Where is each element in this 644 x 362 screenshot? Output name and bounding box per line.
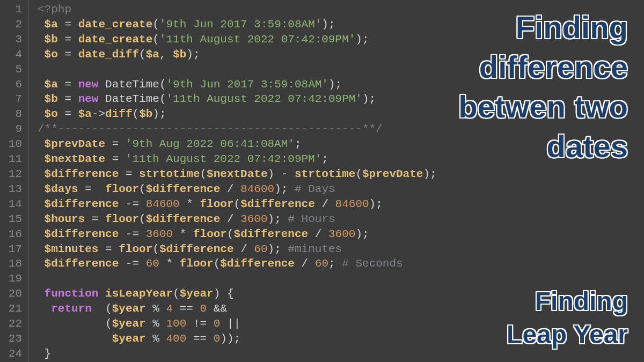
line-num: 11	[4, 152, 22, 167]
line-num: 13	[4, 182, 22, 197]
line-num: 17	[4, 242, 22, 257]
line-num: 4	[4, 47, 22, 62]
line-num: 10	[4, 137, 22, 152]
code-editor: 1 2 3 4 5 6 7 8 9 10 11 12 13 14 15 16 1…	[0, 0, 644, 362]
line-num: 22	[4, 316, 22, 331]
line-num: 5	[4, 62, 22, 77]
line-num: 24	[4, 346, 22, 361]
line-num: 9	[4, 122, 22, 137]
line-number-gutter: 1 2 3 4 5 6 7 8 9 10 11 12 13 14 15 16 1…	[0, 0, 29, 362]
line-num: 12	[4, 167, 22, 182]
line-num: 23	[4, 331, 22, 346]
line-num: 14	[4, 197, 22, 212]
line-num: 21	[4, 301, 22, 316]
php-open-tag: <?	[38, 3, 51, 16]
line-num: 18	[4, 256, 22, 271]
line-num: 15	[4, 212, 22, 227]
line-num: 2	[4, 17, 22, 32]
line-num: 20	[4, 286, 22, 301]
line-num: 3	[4, 32, 22, 47]
line-num: 1	[4, 2, 22, 17]
line-num: 6	[4, 77, 22, 92]
line-num: 8	[4, 107, 22, 122]
line-num: 7	[4, 92, 22, 107]
line-num: 16	[4, 227, 22, 242]
line-num: 19	[4, 271, 22, 286]
code-area[interactable]: <?php $a = date_create('9th Jun 2017 3:5…	[29, 0, 644, 362]
